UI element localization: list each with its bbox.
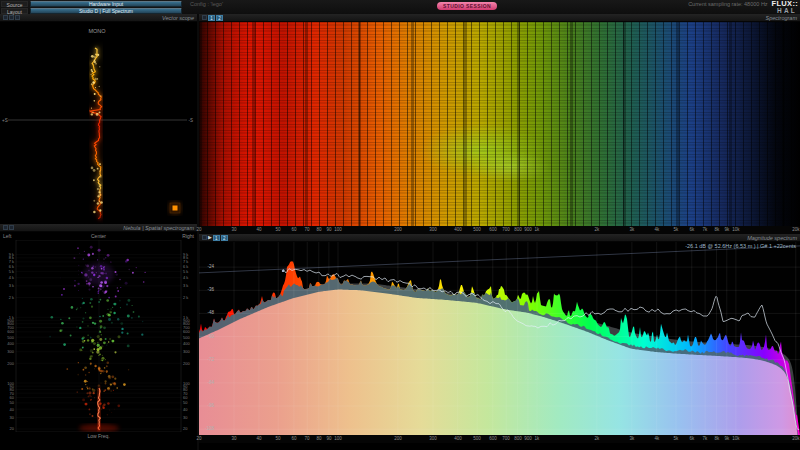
top-toolbar: Source Hardware Input Config : 'lego' La… <box>0 0 800 14</box>
spectrogram-panel: 12 Spectrogram <box>199 14 800 226</box>
nebula-options-icon[interactable] <box>3 225 8 230</box>
freq-tick-500: 500 <box>473 227 481 232</box>
freq-tick-50: 50 <box>275 227 280 232</box>
sampling-rate-text: Current sampling rate: 48000 Hz <box>688 1 767 7</box>
source-label: Source <box>1 1 28 7</box>
vectorscope-title: Vector scope <box>162 15 194 21</box>
freq-tick-20k: 20k <box>792 227 799 232</box>
nebula-display[interactable]: 9 k8 k7 k6 k5 k4 k3 k2 k1 k9008007006005… <box>0 240 197 432</box>
layout-selector[interactable]: Studio D | Full Spectrum <box>30 8 182 14</box>
spectrogram-channel-1-button[interactable]: 1 <box>208 15 215 21</box>
layout-label: Layout <box>1 8 28 14</box>
nebula-title: Nebula | Spatial spectrogram <box>123 225 194 231</box>
freq-tick-600: 600 <box>489 227 497 232</box>
spectrum-options-icon[interactable] <box>202 235 207 240</box>
freq-tick-90: 90 <box>326 227 331 232</box>
nebula-tick-r-2k: 2 k <box>183 295 198 300</box>
freq-tick-5k: 5k <box>674 436 679 441</box>
freq-tick-10k: 10k <box>732 436 739 441</box>
nebula-tick-l-200: 200 <box>0 361 14 366</box>
studio-session-button[interactable]: STUDIO SESSION <box>437 2 497 10</box>
spectrum-display[interactable]: -26.1 dB @ 52.6Hz (6.53 m ) | G# 1 +22ce… <box>199 242 800 435</box>
freq-tick-80: 80 <box>316 227 321 232</box>
freq-tick-500: 500 <box>473 436 481 441</box>
spectrum-canvas <box>199 242 800 435</box>
spectrum-top-frequency-axis: 2030405060708090100200300400500600700800… <box>199 226 800 234</box>
analyzer-window: Source Hardware Input Config : 'lego' La… <box>0 0 800 450</box>
nebula-tick-r-30: 30 <box>183 415 198 420</box>
freq-tick-10k: 10k <box>732 227 739 232</box>
clip-indicator[interactable] <box>169 202 181 214</box>
freq-tick-7k: 7k <box>703 227 708 232</box>
freq-tick-2k: 2k <box>595 436 600 441</box>
spectrum-title: Magnitude spectrum <box>747 235 797 241</box>
freq-tick-800: 800 <box>514 436 522 441</box>
spectrum-channel-2-button[interactable]: 2 <box>221 235 228 241</box>
spectrogram-channel-2-button[interactable]: 2 <box>216 15 223 21</box>
vectorscope-freeze-icon[interactable] <box>9 15 14 20</box>
spectrogram-display[interactable] <box>199 22 800 226</box>
spectrum-channel-1-button[interactable]: 1 <box>213 235 220 241</box>
nebula-tick-r-40: 40 <box>183 407 198 412</box>
spectrum-channel-buttons: 12 <box>213 235 228 241</box>
nebula-tick-r-300: 300 <box>183 349 198 354</box>
db-tick--96: -96 <box>200 403 214 408</box>
source-selector[interactable]: Hardware Input <box>30 1 182 7</box>
nebula-tick-r-4k: 4 k <box>183 275 198 280</box>
cursor-readout: -26.1 dB @ 52.6Hz (6.53 m ) | G# 1 +22ce… <box>685 243 796 249</box>
freq-tick-2k: 2k <box>595 227 600 232</box>
vectorscope-plus-s-label: +S <box>2 118 8 123</box>
nebula-tick-r-200: 200 <box>183 361 198 366</box>
db-tick--72: -72 <box>200 357 214 362</box>
freq-tick-400: 400 <box>454 227 462 232</box>
nebula-tick-l-300: 300 <box>0 349 14 354</box>
freq-tick-60: 60 <box>291 227 296 232</box>
nebula-bottom-axis: Low Freq. <box>0 432 197 442</box>
db-tick--84: -84 <box>200 380 214 385</box>
freq-tick-3k: 3k <box>630 227 635 232</box>
spectrogram-options-icon[interactable] <box>202 15 207 20</box>
freq-tick-80: 80 <box>316 436 321 441</box>
spectrum-fills <box>199 261 800 435</box>
config-text: Config : 'lego' <box>190 1 223 7</box>
freq-tick-8k: 8k <box>715 227 720 232</box>
nebula-tick-r-20: 20 <box>183 426 198 431</box>
vectorscope-options-icon[interactable] <box>3 15 8 20</box>
freq-tick-9k: 9k <box>725 227 730 232</box>
freq-tick-900: 900 <box>524 436 532 441</box>
nebula-freq-axis-right: 9 k8 k7 k6 k5 k4 k3 k2 k1 k9008007006005… <box>182 240 197 432</box>
spectrum-header: ▶ 12 Magnitude spectrum <box>199 234 800 242</box>
freq-tick-6k: 6k <box>690 436 695 441</box>
nebula-freeze-icon[interactable] <box>9 225 14 230</box>
freq-tick-40: 40 <box>256 436 261 441</box>
nebula-tick-l-2k: 2 k <box>0 295 14 300</box>
freq-tick-30: 30 <box>231 436 236 441</box>
nebula-tick-l-3k: 3 k <box>0 283 14 288</box>
vectorscope-header: Vector scope <box>0 14 197 22</box>
nebula-tick-l-400: 400 <box>0 341 14 346</box>
nebula-tick-r-3k: 3 k <box>183 283 198 288</box>
freq-tick-40: 40 <box>256 227 261 232</box>
nebula-header: Nebula | Spatial spectrogram <box>0 224 197 232</box>
vectorscope-display[interactable]: MONO +S -S <box>0 22 195 223</box>
nebula-tick-l-40: 40 <box>0 407 14 412</box>
play-icon[interactable]: ▶ <box>208 235 212 240</box>
freq-tick-20k: 20k <box>792 436 799 441</box>
vectorscope-settings-icon[interactable] <box>15 15 20 20</box>
nebula-particles <box>49 246 145 432</box>
freq-tick-50: 50 <box>275 436 280 441</box>
freq-tick-30: 30 <box>231 227 236 232</box>
pan-left-label: Left <box>3 233 11 239</box>
freq-tick-6k: 6k <box>690 227 695 232</box>
nebula-tick-l-5k: 5 k <box>0 269 14 274</box>
nebula-tick-r-500: 500 <box>183 335 198 340</box>
vectorscope-panel: Vector scope MONO +S -S <box>0 14 197 224</box>
nebula-tick-l-20: 20 <box>0 426 14 431</box>
nebula-tick-r-5k: 5 k <box>183 269 198 274</box>
hal-logo: HAL <box>777 7 797 14</box>
nebula-pan-axis: Left Center Right <box>0 232 197 240</box>
vectorscope-mono-label: MONO <box>88 28 106 34</box>
nebula-panel: Nebula | Spatial spectrogram Left Center… <box>0 224 197 450</box>
freq-tick-3k: 3k <box>630 436 635 441</box>
nebula-tick-l-50: 50 <box>0 400 14 405</box>
